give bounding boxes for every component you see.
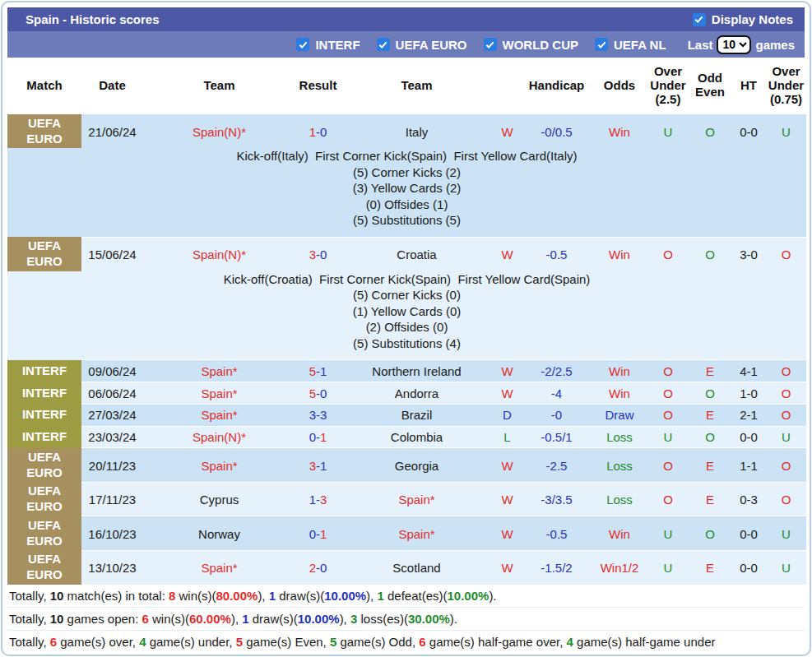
text-part: 4	[567, 635, 573, 649]
filter-world-cup[interactable]: WORLD CUP	[484, 38, 579, 52]
text-part: ),	[366, 589, 377, 603]
result-letter: W	[493, 360, 522, 382]
match-date: 20/11/23	[81, 448, 143, 483]
text-part: O	[663, 408, 673, 422]
match-row[interactable]: UEFA EURO17/11/23Cyprus1-3Spain*W-3/3.5L…	[7, 482, 806, 516]
last-games-select[interactable]: 10	[717, 35, 751, 54]
away-team: Scotland	[341, 550, 493, 585]
match-date: 09/06/24	[81, 360, 143, 382]
filter-uefa-nl[interactable]: UEFA NL	[595, 38, 666, 52]
text-part: 0-0	[740, 561, 758, 575]
text-part: -4	[551, 386, 562, 400]
text-part: game(s) Even,	[243, 635, 330, 649]
text-part: game(s) half-game over,	[426, 635, 567, 649]
note-line: Kick-off(Croatia) First Corner Kick(Spai…	[7, 271, 806, 288]
odds: Win	[592, 360, 647, 382]
odds: Loss	[592, 448, 647, 483]
checkbox-checked-icon[interactable]	[693, 13, 706, 26]
text-part: Draw	[605, 408, 633, 422]
text-part: -0	[551, 408, 562, 422]
text-part: 3	[320, 493, 327, 507]
text-part: E	[706, 364, 714, 378]
over-under-25: U	[647, 114, 689, 149]
match-row[interactable]: UEFA EURO21/06/24Spain(N)*1-0ItalyW-0/0.…	[7, 114, 806, 149]
competition-badge: INTERF	[7, 382, 81, 405]
text-part: Spain*	[201, 408, 237, 422]
filter-interf[interactable]: INTERF	[296, 38, 360, 52]
odd-even: E	[689, 448, 731, 483]
odds: Win	[592, 114, 647, 149]
text-part: -0	[316, 248, 327, 261]
text-part: 2-1	[740, 408, 758, 422]
text-part: Italy	[406, 125, 429, 139]
filter-uefa-euro[interactable]: UEFA EURO	[377, 38, 467, 52]
text-part: defeat(es)(	[384, 589, 448, 603]
text-part: W	[501, 527, 513, 541]
text-part: 6	[50, 635, 57, 649]
text-part: O	[782, 248, 791, 261]
note-line: (3) Yellow Cards (2)	[7, 180, 806, 197]
home-team: Spain(N)*	[143, 426, 295, 448]
match-score: 2-0	[295, 550, 341, 585]
text-part: Colombia	[391, 430, 443, 444]
over-under-25: U	[647, 550, 689, 585]
match-score: 1-0	[295, 114, 341, 149]
text-part: U	[664, 527, 673, 541]
odd-even: O	[689, 382, 731, 405]
checkbox-checked-icon[interactable]	[377, 38, 390, 51]
checkbox-checked-icon[interactable]	[484, 38, 497, 51]
text-part: -0	[316, 386, 327, 400]
text-part: win(s)(	[175, 589, 216, 603]
text-part: U	[782, 125, 791, 139]
text-part: O	[705, 125, 715, 139]
text-part: ).	[450, 612, 457, 626]
match-date: 13/10/23	[81, 550, 143, 585]
display-notes-toggle[interactable]: Display Notes	[693, 12, 793, 26]
text-part: 20/11/23	[89, 459, 136, 473]
handicap: -4	[522, 382, 592, 405]
text-part: loss(es)(	[357, 612, 408, 626]
half-time-score: 0-0	[731, 516, 766, 551]
text-part: 6	[142, 612, 149, 626]
away-team: Colombia	[341, 426, 493, 448]
text-part: W	[501, 248, 513, 261]
text-part: 5	[330, 635, 336, 649]
text-part: Cyprus	[200, 493, 239, 507]
match-row[interactable]: UEFA EURO16/10/23Norway0-1Spain*W-0.5Win…	[7, 516, 806, 551]
text-part: Brazil	[401, 408, 433, 422]
checkbox-checked-icon[interactable]	[296, 38, 309, 51]
text-part: 21/06/24	[88, 125, 136, 139]
note-line: Kick-off(Italy) First Corner Kick(Spain)…	[7, 148, 806, 164]
text-part: Spain(N)*	[193, 248, 246, 261]
competition-badge: INTERF	[7, 404, 81, 426]
text-part: 3	[309, 248, 316, 261]
odds: Win	[592, 516, 647, 551]
match-date: 27/03/24	[81, 404, 143, 426]
match-row[interactable]: INTERF06/06/24Spain*5-0AndorraW-4WinOO1-…	[7, 382, 806, 405]
match-row[interactable]: INTERF27/03/24Spain*3-3BrazilD-0DrawOE2-…	[7, 404, 806, 426]
column-header-odd-even: Odd Even	[689, 58, 731, 114]
text-part: Scotland	[392, 561, 440, 575]
filter-label: WORLD CUP	[503, 38, 579, 52]
odd-even: O	[689, 237, 731, 271]
text-part: -0.5	[546, 527, 568, 541]
over-under-075: U	[766, 550, 806, 585]
match-row[interactable]: UEFA EURO20/11/23Spain*3-1GeorgiaW-2.5Lo…	[7, 448, 806, 483]
match-date: 23/03/24	[81, 426, 143, 448]
text-part: U	[664, 125, 673, 139]
match-row[interactable]: INTERF23/03/24Spain(N)*0-1ColombiaL-0.5/…	[7, 426, 806, 448]
last-games-group: Last 10 games	[688, 35, 795, 54]
checkbox-checked-icon[interactable]	[595, 38, 608, 51]
match-row[interactable]: UEFA EURO15/06/24Spain(N)*3-0CroatiaW-0.…	[7, 237, 806, 271]
match-row[interactable]: UEFA EURO13/10/23Spain*2-0ScotlandW-1.5/…	[7, 550, 806, 585]
text-part: 2	[309, 561, 316, 575]
over-under-075: U	[766, 426, 806, 448]
odd-even: E	[689, 482, 731, 516]
text-part: 10.00%	[324, 589, 366, 603]
match-row[interactable]: INTERF09/06/24Spain*5-1Northern IrelandW…	[7, 360, 806, 382]
match-date: 06/06/24	[81, 382, 143, 405]
text-part: -2/2.5	[541, 364, 572, 378]
over-under-075: O	[766, 360, 806, 382]
text-part: Andorra	[395, 386, 438, 400]
half-time-score: 0-0	[731, 550, 766, 585]
